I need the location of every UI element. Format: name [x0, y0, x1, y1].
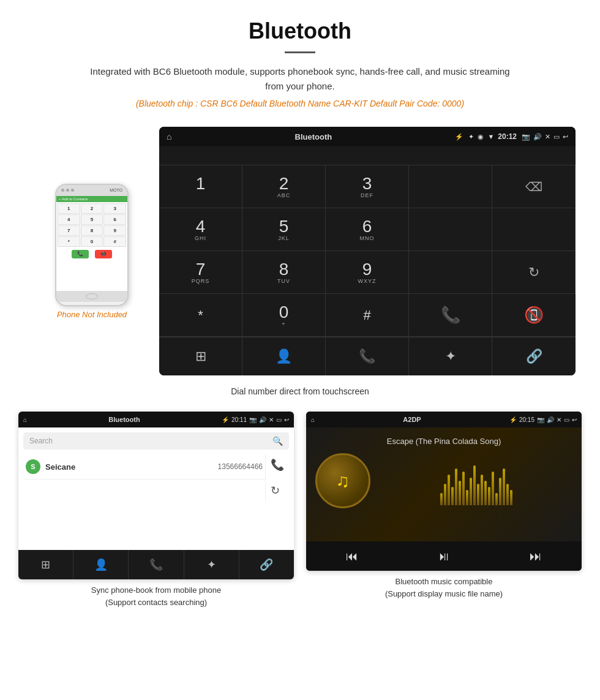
dial-key-5[interactable]: 5 JKL: [242, 208, 326, 251]
dial-phone-icon[interactable]: 📞: [326, 337, 409, 375]
camera-icon[interactable]: 📷: [522, 133, 530, 141]
volume-icon[interactable]: 🔊: [533, 133, 542, 141]
pb-status-title: Bluetooth: [29, 416, 219, 423]
dial-call-red[interactable]: 📵: [492, 294, 576, 337]
signal-icon: ▼: [487, 133, 494, 140]
phone-wrapper: ∷ MOTO + Add to Contacts: [52, 184, 132, 306]
dial-link-icon[interactable]: 🔗: [492, 337, 576, 375]
dial-key-0[interactable]: 0 +: [242, 294, 326, 337]
music-caption: Bluetooth music compatible (Support disp…: [385, 576, 503, 600]
bottom-section: ⌂ Bluetooth ⚡ 20:11 📷 🔊 ✕ ▭ ↩ Search 🔍: [18, 412, 582, 608]
music-close-icon[interactable]: ✕: [557, 416, 561, 423]
page-title: Bluetooth: [37, 18, 563, 44]
phonebook-caption: Sync phone-book from mobile phone (Suppo…: [91, 584, 221, 608]
music-screenshot: ⌂ A2DP ⚡ 20:15 📷 🔊 ✕ ▭ ↩ Escape (The Pin…: [306, 412, 582, 571]
dial-contacts-icon[interactable]: 👤: [242, 337, 326, 375]
pb-row-wrapper: S Seicane 13566664466 📞 ↻: [23, 454, 289, 501]
pb-refresh-icon[interactable]: ↻: [271, 484, 284, 497]
phone-screen: + Add to Contacts 123 456 789 *0# 📞: [56, 196, 127, 291]
dial-key-4[interactable]: 4 GHI: [159, 208, 242, 251]
pb-back-icon[interactable]: ↩: [284, 416, 289, 423]
dial-key-hash[interactable]: #: [326, 294, 409, 337]
pb-close-icon[interactable]: ✕: [269, 416, 274, 423]
page-description: Integrated with BC6 Bluetooth module, su…: [86, 64, 514, 94]
dial-key-1[interactable]: 1 .: [159, 165, 242, 208]
dial-apps-icon[interactable]: ⊞: [159, 337, 242, 375]
home-icon[interactable]: ⌂: [167, 132, 171, 141]
dial-key-8[interactable]: 8 TUV: [242, 251, 326, 294]
dial-key-9[interactable]: 9 WXYZ: [326, 251, 409, 294]
dial-key-star[interactable]: *: [159, 294, 242, 337]
dial-empty-1: [409, 165, 492, 208]
dial-key-3[interactable]: 3 DEF: [326, 165, 409, 208]
status-time: 20:12: [498, 132, 517, 141]
dial-call-green[interactable]: 📞: [409, 294, 492, 337]
pb-status-bar: ⌂ Bluetooth ⚡ 20:11 📷 🔊 ✕ ▭ ↩: [18, 412, 294, 427]
dial-empty-4: [409, 251, 492, 294]
pb-bluetooth-icon[interactable]: ✦: [184, 550, 239, 579]
pb-bottom-bar: ⊞ 👤 📞 ✦ 🔗: [18, 550, 294, 579]
pb-camera-icon[interactable]: 📷: [249, 416, 257, 423]
pb-search-icon[interactable]: 🔍: [272, 436, 283, 446]
pb-home-icon[interactable]: ⌂: [23, 416, 27, 423]
close-icon[interactable]: ✕: [545, 133, 550, 141]
bluetooth-status-icon: ✦: [468, 133, 474, 141]
music-play-pause-icon[interactable]: ⏯: [432, 549, 456, 563]
dial-screen: ⌂ Bluetooth ⚡ ✦ ◉ ▼ 20:12 📷 🔊 ✕ ▭ ↩: [159, 127, 576, 375]
phone-bottom-bar: [56, 291, 127, 302]
music-next-icon[interactable]: ⏭: [523, 549, 548, 563]
bluetooth-specs: (Bluetooth chip : CSR BC6 Default Blueto…: [37, 99, 563, 108]
music-volume-icon[interactable]: 🔊: [547, 416, 554, 423]
contact-phone: 13566664466: [218, 462, 263, 471]
dial-display: [159, 146, 576, 165]
dial-bluetooth-icon[interactable]: ✦: [409, 337, 492, 375]
music-album-art: ♫: [315, 453, 370, 508]
usb-icon: ⚡: [455, 133, 463, 141]
dial-status-title: Bluetooth: [176, 132, 450, 141]
music-window-icon[interactable]: ▭: [564, 416, 569, 423]
contact-initial: S: [26, 459, 40, 474]
music-camera-icon[interactable]: 📷: [537, 416, 544, 423]
music-song-title: Escape (The Pina Colada Song): [387, 437, 501, 446]
pb-time: 20:11: [231, 416, 247, 423]
pb-right-icons: 📞 ↻: [265, 454, 289, 501]
music-note-icon: ♫: [336, 470, 350, 491]
dial-backspace[interactable]: ⌫: [492, 165, 576, 208]
music-album-area: ♫: [315, 453, 572, 508]
music-status-bar: ⌂ A2DP ⚡ 20:15 📷 🔊 ✕ ▭ ↩: [306, 412, 582, 427]
music-home-icon[interactable]: ⌂: [311, 416, 315, 423]
pb-phone-icon[interactable]: 📞: [271, 458, 284, 472]
pb-contact-row[interactable]: S Seicane 13566664466: [23, 454, 265, 480]
music-usb-icon: ⚡: [509, 416, 517, 423]
dial-key-2[interactable]: 2 ABC: [242, 165, 326, 208]
pb-search-placeholder: Search: [29, 437, 53, 445]
pb-search-bar[interactable]: Search 🔍: [23, 432, 289, 450]
phone-body: MOTO + Add to Contacts 123 456 789 *0#: [55, 184, 129, 306]
status-icons: ✦ ◉ ▼ 20:12: [468, 132, 517, 141]
pb-contacts-list: S Seicane 13566664466: [23, 454, 265, 501]
phone-container: ∷ MOTO + Add to Contacts: [24, 184, 159, 319]
window-icon[interactable]: ▭: [553, 133, 560, 141]
back-icon[interactable]: ↩: [563, 133, 568, 141]
pb-contacts-icon[interactable]: 👤: [73, 550, 129, 579]
dial-empty-3: [492, 208, 576, 251]
dial-caption: Dial number direct from touchscreen: [231, 386, 369, 396]
dial-refresh[interactable]: ↻: [492, 251, 576, 294]
pb-volume-icon[interactable]: 🔊: [259, 416, 266, 423]
dial-key-6[interactable]: 6 MNO: [326, 208, 409, 251]
music-back-icon[interactable]: ↩: [572, 416, 577, 423]
music-body: Escape (The Pina Colada Song) ♫: [306, 427, 582, 541]
music-equalizer: [370, 456, 572, 505]
music-status-title: A2DP: [317, 416, 507, 423]
pb-link-icon[interactable]: 🔗: [239, 550, 294, 579]
pb-apps-icon[interactable]: ⊞: [18, 550, 73, 579]
dial-status-bar: ⌂ Bluetooth ⚡ ✦ ◉ ▼ 20:12 📷 🔊 ✕ ▭ ↩: [159, 127, 576, 146]
music-item: ⌂ A2DP ⚡ 20:15 📷 🔊 ✕ ▭ ↩ Escape (The Pin…: [306, 412, 582, 608]
phone-not-included-label: Phone Not Included: [57, 310, 127, 319]
pb-window-icon[interactable]: ▭: [276, 416, 282, 423]
pb-dial-icon[interactable]: 📞: [129, 550, 184, 579]
music-controls: ⏮ ⏯ ⏭: [306, 541, 582, 571]
music-prev-icon[interactable]: ⏮: [340, 549, 364, 563]
dial-key-7[interactable]: 7 PQRS: [159, 251, 242, 294]
main-content: ∷ MOTO + Add to Contacts: [0, 127, 600, 608]
